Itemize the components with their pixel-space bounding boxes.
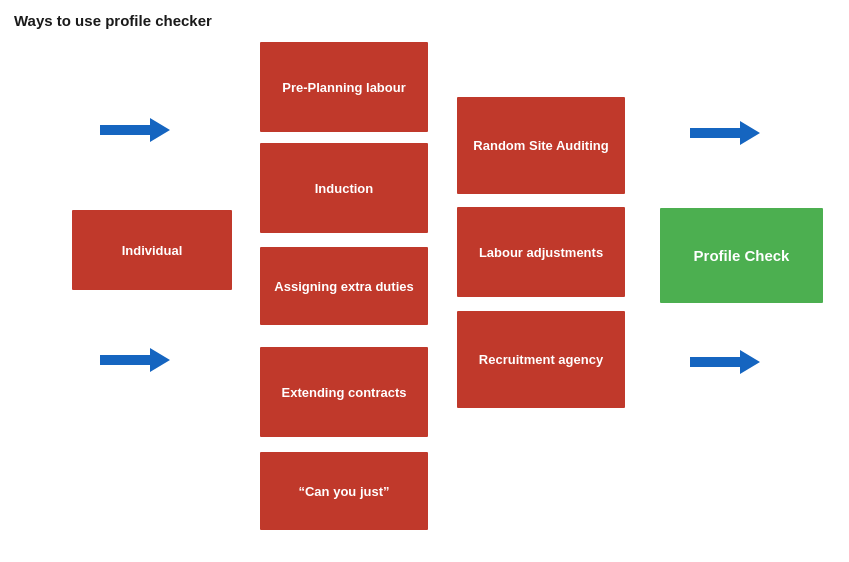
individual-box: Individual bbox=[72, 210, 232, 290]
arrow-right-top bbox=[690, 118, 760, 148]
arrow-right-bottom bbox=[690, 347, 760, 377]
induction-box: Induction bbox=[260, 143, 428, 233]
svg-marker-0 bbox=[100, 118, 170, 142]
profile-check-box: Profile Check bbox=[660, 208, 823, 303]
labour-adj-box: Labour adjustments bbox=[457, 207, 625, 297]
pre-planning-box: Pre-Planning labour bbox=[260, 42, 428, 132]
arrow-bottom bbox=[100, 345, 170, 375]
extending-box: Extending contracts bbox=[260, 347, 428, 437]
svg-marker-2 bbox=[690, 121, 760, 145]
svg-marker-3 bbox=[690, 350, 760, 374]
random-site-box: Random Site Auditing bbox=[457, 97, 625, 194]
arrow-top bbox=[100, 115, 170, 145]
svg-marker-1 bbox=[100, 348, 170, 372]
recruitment-box: Recruitment agency bbox=[457, 311, 625, 408]
can-you-just-box: “Can you just” bbox=[260, 452, 428, 530]
assigning-box: Assigning extra duties bbox=[260, 247, 428, 325]
page-title: Ways to use profile checker bbox=[14, 12, 212, 29]
